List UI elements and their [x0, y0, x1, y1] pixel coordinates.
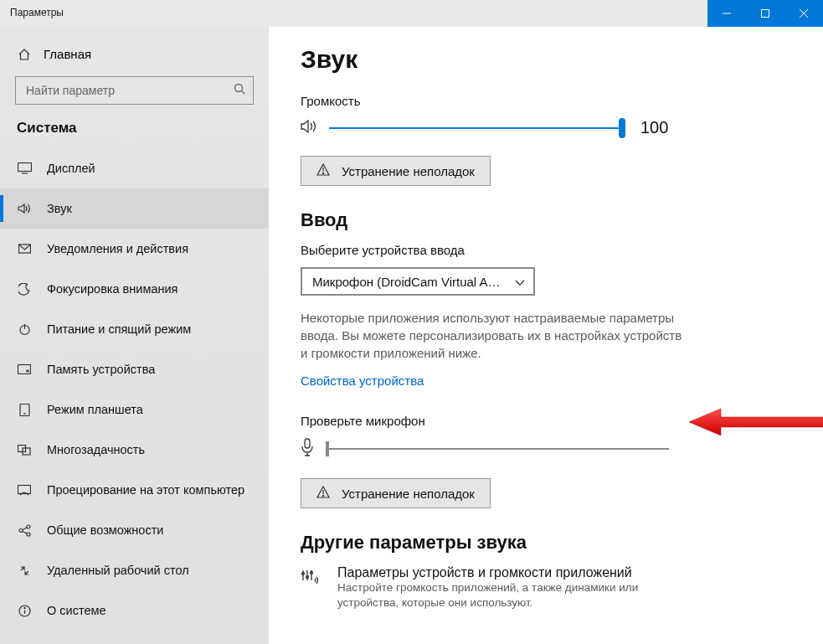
other-section-header: Другие параметры звука: [301, 532, 791, 554]
device-properties-link[interactable]: Свойства устройства: [301, 374, 424, 388]
sidebar-item-label: Многозадачность: [47, 443, 145, 456]
multitask-icon: [17, 445, 32, 456]
remote-icon: [17, 564, 32, 577]
mixer-icon: [301, 565, 321, 589]
select-value: Микрофон (DroidCam Virtual Au...: [312, 275, 505, 289]
svg-point-19: [27, 525, 30, 528]
sidebar-item-shared[interactable]: Общие возможности: [0, 510, 269, 550]
sound-icon: [17, 203, 32, 214]
volume-value: 100: [640, 118, 668, 137]
svg-point-18: [19, 528, 23, 532]
maximize-button[interactable]: [746, 0, 784, 27]
sidebar-item-focus[interactable]: Фокусировка внимания: [0, 269, 269, 309]
input-section-header: Ввод: [301, 209, 791, 231]
display-icon: [17, 162, 32, 174]
svg-point-20: [27, 533, 30, 536]
svg-point-30: [322, 495, 323, 496]
button-label: Устранение неполадок: [342, 487, 475, 501]
svg-rect-6: [18, 163, 31, 172]
sidebar-item-about[interactable]: О системе: [0, 590, 269, 631]
sidebar-item-label: О системе: [47, 604, 105, 617]
warning-icon: [316, 163, 330, 178]
sidebar-item-tablet[interactable]: Режим планшета: [0, 389, 269, 430]
choose-input-label: Выберите устройства ввода: [301, 243, 791, 257]
sidebar-item-projecting[interactable]: Проецирование на этот компьютер: [0, 470, 269, 510]
sidebar-item-sound[interactable]: Звук: [0, 188, 269, 229]
volume-label: Громкость: [301, 94, 791, 108]
storage-icon: [17, 364, 32, 374]
warning-icon: [316, 486, 330, 501]
sidebar-item-label: Режим планшета: [47, 403, 143, 416]
sidebar-item-multitask[interactable]: Многозадачность: [0, 430, 269, 470]
power-icon: [17, 323, 32, 336]
sidebar: Главная Система Дисплей Звук Уведомлен: [0, 27, 269, 644]
input-description: Некоторые приложения используют настраив…: [301, 309, 686, 362]
mic-level-meter: [326, 448, 669, 450]
svg-line-21: [23, 528, 27, 530]
volume-slider-row: 100: [301, 118, 791, 137]
sidebar-item-display[interactable]: Дисплей: [0, 148, 269, 188]
search-input[interactable]: [15, 76, 254, 105]
search-icon: [234, 83, 245, 98]
sidebar-item-label: Удаленный рабочий стол: [47, 564, 189, 577]
slider-thumb[interactable]: [619, 118, 625, 138]
mic-level-row: [301, 438, 791, 460]
titlebar: Параметры: [0, 0, 823, 27]
microphone-icon: [301, 438, 314, 460]
app-volume-settings[interactable]: Параметры устройств и громкости приложен…: [301, 565, 791, 611]
sidebar-item-label: Память устройства: [47, 363, 155, 376]
sidebar-item-label: Звук: [47, 202, 72, 215]
button-label: Устранение неполадок: [342, 164, 475, 178]
troubleshoot-input-button[interactable]: Устранение неполадок: [301, 478, 491, 508]
minimize-button[interactable]: [707, 0, 746, 27]
troubleshoot-output-button[interactable]: Устранение неполадок: [301, 156, 491, 186]
tablet-icon: [17, 404, 32, 416]
svg-point-12: [27, 370, 28, 372]
svg-rect-11: [18, 365, 31, 374]
search-box[interactable]: [15, 76, 254, 105]
volume-slider[interactable]: [329, 127, 622, 129]
content-pane[interactable]: Звук Громкость 100 Устранение неполадок …: [269, 27, 823, 644]
svg-point-27: [322, 173, 323, 173]
svg-point-4: [235, 85, 243, 92]
focus-icon: [17, 283, 32, 296]
speaker-icon[interactable]: [301, 119, 317, 137]
sidebar-nav: Дисплей Звук Уведомления и действия Фоку…: [0, 148, 269, 631]
app-volume-title: Параметры устройств и громкости приложен…: [337, 565, 689, 580]
chevron-down-icon: [515, 275, 525, 289]
notifications-icon: [17, 243, 32, 255]
window-title: Параметры: [0, 0, 74, 27]
close-button[interactable]: [784, 0, 823, 27]
window-controls: [707, 0, 823, 27]
sidebar-section-header: Система: [0, 120, 269, 148]
svg-line-22: [23, 531, 27, 533]
sidebar-item-label: Общие возможности: [47, 523, 163, 537]
sidebar-home[interactable]: Главная: [0, 37, 269, 76]
projecting-icon: [17, 485, 32, 496]
sidebar-item-label: Дисплей: [47, 162, 95, 175]
shared-icon: [17, 524, 32, 537]
sidebar-item-label: Фокусировка внимания: [47, 282, 177, 296]
app-volume-sub: Настройте громкость приложений, а также …: [337, 580, 689, 611]
svg-rect-28: [305, 439, 310, 448]
sidebar-item-label: Уведомления и действия: [47, 242, 188, 255]
sidebar-item-label: Проецирование на этот компьютер: [47, 483, 244, 497]
svg-point-25: [23, 607, 24, 608]
sidebar-item-power[interactable]: Питание и спящий режим: [0, 309, 269, 349]
page-title: Звук: [301, 45, 791, 74]
about-icon: [17, 605, 32, 617]
sidebar-item-storage[interactable]: Память устройства: [0, 349, 269, 389]
svg-rect-1: [762, 10, 769, 18]
input-device-select[interactable]: Микрофон (DroidCam Virtual Au...: [301, 267, 535, 296]
svg-line-5: [242, 91, 245, 95]
sidebar-item-label: Питание и спящий режим: [47, 322, 191, 336]
home-icon: [17, 48, 32, 61]
annotation-arrow: [687, 407, 823, 440]
sidebar-item-notifications[interactable]: Уведомления и действия: [0, 229, 269, 269]
sidebar-item-remote[interactable]: Удаленный рабочий стол: [0, 550, 269, 590]
sidebar-home-label: Главная: [44, 47, 91, 61]
